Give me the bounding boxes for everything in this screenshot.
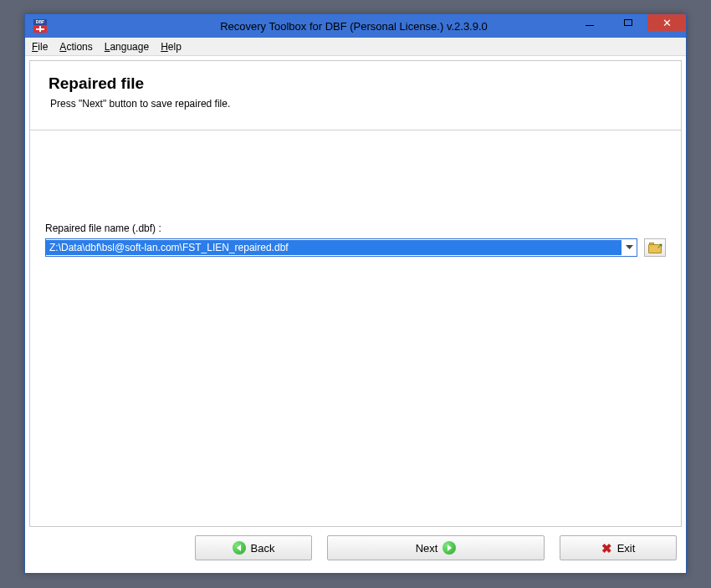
- exit-button[interactable]: ✖ Exit: [560, 535, 677, 560]
- arrow-left-icon: [233, 541, 246, 555]
- menu-file[interactable]: File: [32, 41, 48, 53]
- menubar: File Actions Language Help: [25, 38, 686, 56]
- arrow-right-icon: [442, 541, 456, 555]
- page-subtitle: Press "Next" button to save repaired fil…: [49, 98, 662, 110]
- menu-language[interactable]: Language: [105, 41, 149, 53]
- folder-open-icon: ↗: [648, 243, 662, 253]
- browse-button[interactable]: ↗: [644, 238, 666, 257]
- menu-help[interactable]: Help: [161, 41, 182, 53]
- chevron-down-icon: [626, 245, 633, 250]
- close-icon: ✕: [662, 17, 672, 29]
- x-icon: ✖: [601, 542, 612, 555]
- header-panel: Repaired file Press "Next" button to sav…: [30, 61, 681, 118]
- maximize-icon: [624, 19, 632, 26]
- close-button[interactable]: ✕: [647, 14, 686, 31]
- combo-dropdown-button[interactable]: [621, 239, 637, 256]
- back-button-label: Back: [251, 542, 275, 555]
- app-icon: DBF: [33, 19, 47, 33]
- minimize-icon: [586, 25, 594, 26]
- next-button[interactable]: Next: [327, 535, 545, 560]
- filename-label: Repaired file name (.dbf) :: [45, 222, 666, 234]
- next-button-label: Next: [416, 542, 438, 555]
- menu-actions[interactable]: Actions: [59, 41, 92, 53]
- filename-input[interactable]: [46, 240, 621, 255]
- exit-button-label: Exit: [617, 542, 636, 555]
- page-title: Repaired file: [49, 74, 662, 93]
- titlebar[interactable]: DBF Recovery Toolbox for DBF (Personal L…: [25, 14, 686, 38]
- client-area: Repaired file Press "Next" button to sav…: [29, 60, 682, 527]
- form-area: Repaired file name (.dbf) : ↗: [30, 130, 681, 257]
- maximize-button[interactable]: [609, 14, 647, 31]
- application-window: DBF Recovery Toolbox for DBF (Personal L…: [24, 13, 687, 574]
- filename-row: ↗: [45, 238, 666, 257]
- window-controls: ✕: [570, 14, 686, 31]
- minimize-button[interactable]: [570, 14, 609, 31]
- back-button[interactable]: Back: [195, 535, 312, 560]
- filename-combo[interactable]: [45, 238, 637, 257]
- footer: Back Next ✖ Exit: [29, 531, 682, 565]
